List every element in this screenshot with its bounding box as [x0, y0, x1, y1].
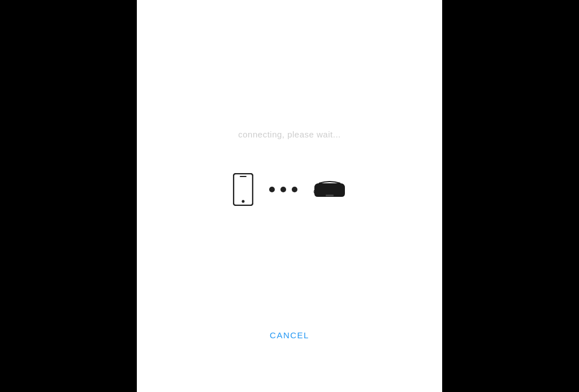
cancel-button[interactable]: CANCEL	[258, 324, 321, 347]
dot-2	[280, 187, 286, 192]
status-text: connecting, please wait...	[238, 130, 340, 139]
svg-point-1	[242, 200, 245, 203]
connection-row	[233, 173, 346, 206]
svg-rect-3	[326, 195, 334, 196]
phone-icon	[233, 173, 253, 206]
dot-1	[269, 187, 275, 192]
playstation-console-icon	[313, 178, 346, 201]
dot-3	[292, 187, 297, 192]
connecting-dots	[269, 187, 297, 192]
main-panel: connecting, please wait... CANCEL	[137, 0, 442, 392]
